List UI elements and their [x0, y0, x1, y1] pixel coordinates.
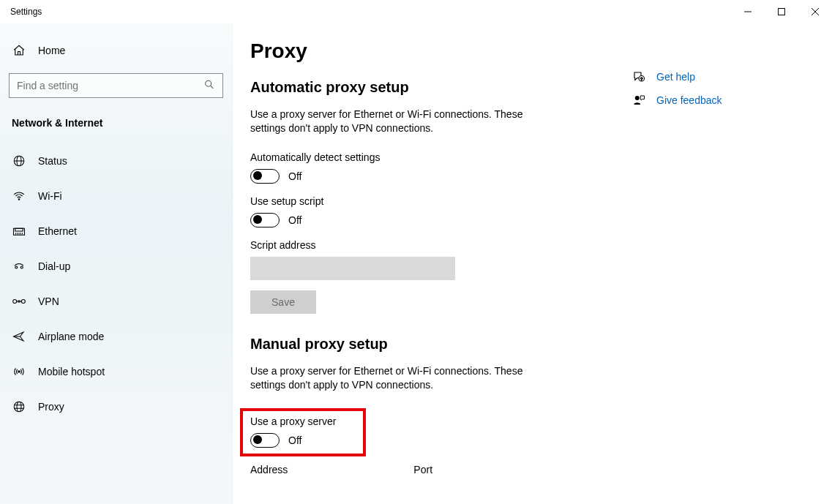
- sidebar-item-proxy[interactable]: Proxy: [0, 389, 232, 424]
- script-toggle-state: Off: [288, 214, 301, 226]
- minimize-icon: [744, 8, 752, 15]
- search-icon: [203, 79, 215, 93]
- close-button[interactable]: [798, 0, 832, 23]
- manual-description: Use a proxy server for Ethernet or Wi-Fi…: [250, 364, 558, 392]
- give-feedback-link[interactable]: Give feedback: [632, 94, 814, 107]
- auto-description: Use a proxy server for Ethernet or Wi-Fi…: [250, 108, 558, 135]
- help-column: ? Get help Give feedback: [624, 40, 814, 504]
- sidebar-item-dialup[interactable]: Dial-up: [0, 249, 232, 284]
- minimize-button[interactable]: [731, 0, 765, 23]
- feedback-icon: [632, 94, 646, 107]
- use-proxy-toggle-state: Off: [288, 435, 301, 446]
- svg-point-9: [18, 199, 20, 200]
- dialup-icon: [12, 260, 26, 273]
- hotspot-icon: [12, 365, 26, 378]
- sidebar-item-airplane[interactable]: Airplane mode: [0, 319, 232, 354]
- page-title: Proxy: [250, 40, 624, 63]
- svg-point-27: [17, 402, 21, 412]
- svg-line-5: [211, 86, 214, 89]
- svg-point-25: [18, 371, 20, 372]
- home-icon: [12, 44, 26, 57]
- close-icon: [812, 8, 819, 15]
- sidebar-item-vpn[interactable]: VPN: [0, 284, 232, 319]
- nav-list: Status Wi-Fi Ethernet Dial-up: [0, 136, 232, 424]
- save-button[interactable]: Save: [250, 290, 316, 314]
- auto-heading: Automatic proxy setup: [250, 79, 624, 96]
- detect-toggle-state: Off: [288, 170, 301, 182]
- sidebar-item-label: Proxy: [38, 401, 64, 413]
- globe-icon: [12, 154, 26, 168]
- detect-label: Automatically detect settings: [250, 151, 624, 163]
- sidebar-item-label: VPN: [38, 296, 59, 307]
- script-toggle[interactable]: [250, 213, 280, 227]
- search-input[interactable]: [10, 80, 222, 91]
- svg-point-32: [635, 96, 640, 100]
- maximize-button[interactable]: [765, 0, 798, 23]
- content: Proxy Automatic proxy setup Use a proxy …: [233, 23, 832, 504]
- port-label: Port: [413, 464, 432, 475]
- help-icon: ?: [632, 70, 646, 83]
- sidebar-item-hotspot[interactable]: Mobile hotspot: [0, 354, 232, 389]
- sidebar-section-header: Network & Internet: [0, 107, 232, 136]
- sidebar-item-status[interactable]: Status: [0, 143, 232, 178]
- script-address-input[interactable]: [250, 257, 455, 280]
- script-label: Use setup script: [250, 195, 624, 207]
- search-box[interactable]: [9, 73, 223, 98]
- address-label: Address: [250, 464, 288, 475]
- svg-rect-11: [15, 228, 23, 231]
- main-column: Proxy Automatic proxy setup Use a proxy …: [250, 40, 624, 504]
- detect-toggle[interactable]: [250, 169, 280, 184]
- sidebar-item-label: Airplane mode: [38, 331, 104, 342]
- titlebar: Settings: [0, 0, 832, 23]
- window-controls: [731, 0, 832, 23]
- svg-point-19: [13, 300, 17, 304]
- sidebar-item-ethernet[interactable]: Ethernet: [0, 214, 232, 249]
- maximize-icon: [778, 8, 785, 15]
- use-proxy-label: Use a proxy server: [250, 415, 356, 427]
- use-proxy-toggle[interactable]: [250, 433, 280, 448]
- ethernet-icon: [12, 225, 26, 238]
- nav-home-label: Home: [38, 45, 65, 56]
- get-help-link[interactable]: ? Get help: [632, 70, 814, 83]
- sidebar: Home Network & Internet Status: [0, 23, 233, 504]
- sidebar-item-wifi[interactable]: Wi-Fi: [0, 178, 232, 214]
- script-address-label: Script address: [250, 239, 624, 251]
- svg-point-17: [15, 266, 18, 268]
- sidebar-item-label: Dial-up: [38, 260, 70, 272]
- svg-point-18: [20, 266, 23, 268]
- svg-point-26: [14, 402, 24, 412]
- sidebar-item-label: Ethernet: [38, 225, 77, 237]
- highlight-box: Use a proxy server Off: [240, 408, 366, 456]
- proxy-icon: [12, 400, 26, 413]
- svg-rect-1: [779, 9, 785, 15]
- svg-point-20: [21, 300, 25, 304]
- window-title: Settings: [10, 7, 42, 17]
- manual-heading: Manual proxy setup: [250, 336, 624, 353]
- sidebar-item-label: Mobile hotspot: [38, 366, 105, 377]
- wifi-icon: [12, 189, 26, 203]
- nav-home[interactable]: Home: [0, 38, 232, 63]
- give-feedback-text: Give feedback: [656, 94, 722, 106]
- vpn-icon: [12, 296, 26, 306]
- airplane-icon: [12, 330, 26, 343]
- sidebar-item-label: Status: [38, 155, 67, 167]
- sidebar-item-label: Wi-Fi: [38, 190, 62, 202]
- get-help-text: Get help: [656, 71, 695, 83]
- svg-point-4: [206, 80, 211, 86]
